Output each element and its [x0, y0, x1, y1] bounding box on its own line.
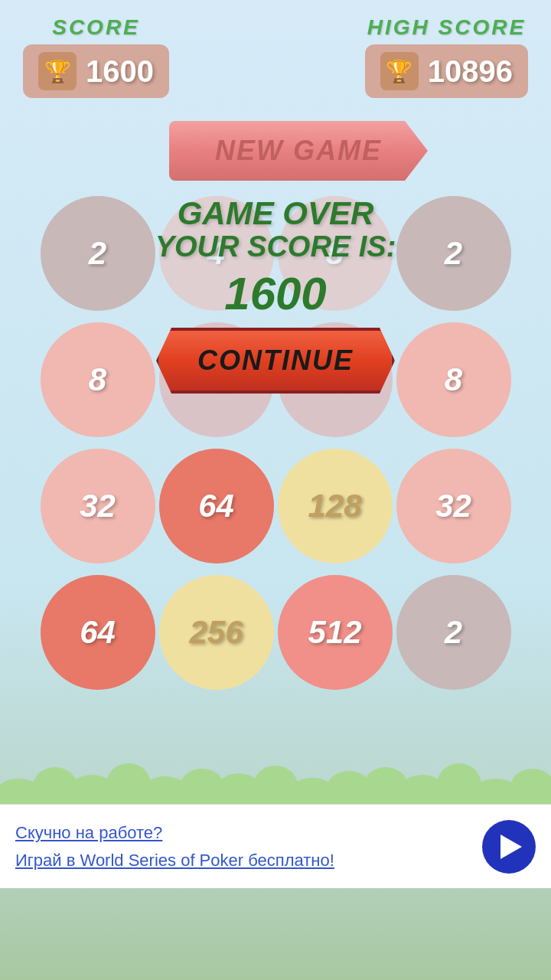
trophy-icon-2: 🏆 — [380, 52, 419, 90]
grass-bump — [510, 769, 551, 805]
ad-line2: Играй в World Series of Poker бесплатно! — [15, 847, 334, 874]
ad-line1: Скучно на работе? — [15, 819, 334, 846]
circle-2-4: 8 — [396, 322, 511, 437]
score-box: SCORE 🏆 1600 — [23, 15, 169, 98]
circle-3-1: 32 — [41, 449, 155, 564]
circle-1-4: 2 — [396, 196, 511, 311]
score-number: 1600 — [86, 54, 154, 89]
high-score-label: HIGH SCORE — [367, 15, 526, 40]
grid-row-3: 32 64 128 32 — [23, 449, 528, 564]
grid-row-4: 64 256 512 2 — [23, 575, 528, 690]
score-label: SCORE — [52, 15, 140, 40]
high-score-number: 10896 — [428, 54, 513, 89]
high-score-value-box: 🏆 10896 — [365, 44, 528, 98]
new-game-button[interactable]: NEW GAME — [169, 121, 428, 181]
game-over-overlay: GAME OVER YOUR SCORE IS: 1600 CONTINUE — [155, 188, 396, 394]
circle-1-1: 2 — [41, 196, 155, 311]
header: SCORE 🏆 1600 HIGH SCORE 🏆 10896 — [0, 0, 551, 106]
ad-bar: Скучно на работе? Играй в World Series o… — [0, 804, 551, 888]
game-over-score: 1600 — [155, 267, 396, 320]
continue-button[interactable]: CONTINUE — [156, 328, 395, 394]
circle-2-1: 8 — [41, 322, 155, 437]
game-over-line2: YOUR SCORE IS: — [155, 231, 396, 263]
circle-4-1: 64 — [41, 575, 155, 690]
ad-play-button[interactable] — [482, 820, 536, 874]
grass-decoration — [0, 763, 551, 805]
high-score-box: HIGH SCORE 🏆 10896 — [365, 15, 528, 98]
circle-4-2: 256 — [159, 575, 274, 690]
new-game-area: NEW GAME — [46, 121, 551, 181]
circle-3-2: 64 — [159, 449, 274, 564]
circle-3-3: 128 — [278, 449, 393, 564]
ad-text[interactable]: Скучно на работе? Играй в World Series o… — [15, 819, 334, 873]
score-value-box: 🏆 1600 — [23, 44, 169, 98]
game-over-line1: GAME OVER — [155, 196, 396, 231]
trophy-icon-1: 🏆 — [38, 52, 77, 90]
circle-4-4: 2 — [396, 575, 511, 690]
play-triangle-icon — [500, 835, 522, 859]
circle-4-3: 512 — [278, 575, 393, 690]
circle-3-4: 32 — [396, 449, 511, 564]
game-board-area: 2 4 8 2 GAME OVER YOUR SCORE IS: 1600 CO… — [0, 188, 551, 709]
